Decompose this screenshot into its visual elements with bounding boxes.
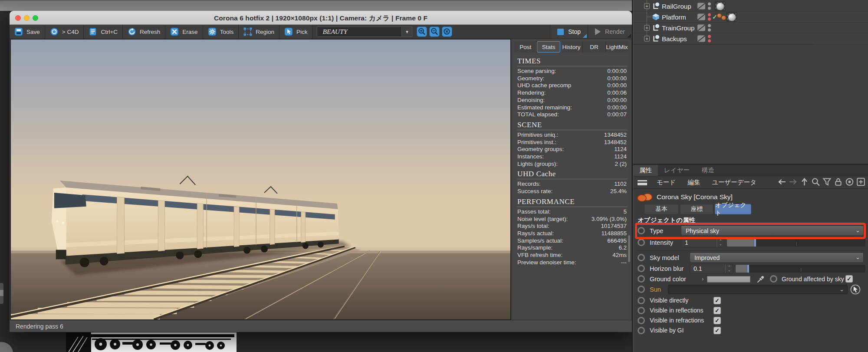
intensity-slider[interactable] bbox=[727, 239, 865, 247]
visibility-dots-icon[interactable] bbox=[708, 35, 711, 43]
target-icon[interactable] bbox=[845, 178, 854, 186]
add-panel-icon[interactable] bbox=[856, 178, 865, 186]
stop-button[interactable]: Stop bbox=[550, 25, 588, 39]
attr-tab[interactable]: 構造 bbox=[696, 165, 720, 176]
stat-value: 0:00:07 bbox=[607, 111, 627, 118]
render-pass-selector[interactable]: BEAUTY ▼ bbox=[317, 25, 412, 39]
erase-button[interactable]: Erase bbox=[165, 25, 203, 39]
copy-icon bbox=[89, 27, 97, 36]
visibility-label: Visible by GI bbox=[650, 326, 684, 336]
zoom-reset-button[interactable] bbox=[442, 26, 452, 37]
pick-button[interactable]: Pick bbox=[279, 25, 313, 39]
menu-item[interactable]: ユーザーデータ bbox=[712, 178, 756, 187]
visibility-dots-icon[interactable] bbox=[708, 24, 711, 32]
keyframe-dot-icon[interactable] bbox=[638, 265, 645, 272]
enabled-check-icon[interactable]: ✓ bbox=[712, 13, 717, 20]
attr-tab[interactable]: 属性 bbox=[633, 165, 658, 176]
pass-selector-value[interactable]: BEAUTY bbox=[317, 26, 402, 37]
expand-icon[interactable]: + bbox=[644, 3, 650, 9]
stats-row: Preview denoiser time:--- bbox=[517, 259, 627, 266]
attr-tab[interactable]: レイヤー bbox=[658, 165, 696, 176]
stepper-icon[interactable]: ⌃⌄ bbox=[717, 238, 724, 247]
object-label: Backups bbox=[662, 35, 687, 43]
stat-value: 1348452 bbox=[604, 139, 627, 146]
keyframe-dot-icon[interactable] bbox=[638, 317, 645, 324]
stats-tab-history[interactable]: History bbox=[560, 41, 583, 53]
material-tag-icon[interactable] bbox=[715, 2, 725, 11]
render-button[interactable]: Render bbox=[588, 25, 632, 39]
expand-icon[interactable]: + bbox=[644, 36, 650, 42]
keyframe-dot-icon[interactable] bbox=[638, 286, 645, 293]
tab-object[interactable]: オブジェクト bbox=[715, 204, 751, 214]
layer-color-icon[interactable] bbox=[697, 36, 705, 42]
ground-affected-checkbox[interactable]: ✓ bbox=[845, 275, 853, 283]
lock-icon[interactable] bbox=[834, 178, 843, 186]
phong-tag-icon[interactable] bbox=[721, 15, 726, 20]
stepper-icon[interactable]: ⌃⌄ bbox=[725, 264, 733, 273]
stats-tab-dr[interactable]: DR bbox=[583, 41, 605, 53]
stats-row: Success rate:25.4% bbox=[517, 188, 627, 195]
menu-item[interactable]: モード bbox=[657, 178, 676, 187]
menu-icon[interactable] bbox=[638, 180, 647, 185]
visibility-checkbox[interactable]: ✓ bbox=[713, 317, 721, 324]
refresh-button[interactable]: Refresh bbox=[123, 25, 165, 39]
to-c4d-button[interactable]: > C4D bbox=[45, 25, 84, 39]
region-button[interactable]: Region bbox=[239, 25, 279, 39]
search-icon[interactable] bbox=[811, 178, 820, 186]
horizon-blur-slider[interactable] bbox=[736, 265, 865, 273]
keyframe-dot-icon[interactable] bbox=[638, 297, 645, 304]
keyframe-dot-icon[interactable] bbox=[638, 327, 645, 334]
layer-color-icon[interactable] bbox=[697, 25, 705, 31]
tree-row-backups[interactable]: +Backups bbox=[633, 33, 868, 44]
sky-model-dropdown[interactable]: Improved bbox=[690, 253, 864, 263]
stats-tab-stats[interactable]: Stats bbox=[537, 41, 560, 53]
tab-basic[interactable]: 基本 bbox=[644, 204, 679, 214]
tab-coordinates[interactable]: 座標 bbox=[680, 204, 713, 214]
tree-row-railgroup[interactable]: +RailGroup bbox=[633, 1, 868, 12]
layer-color-icon[interactable] bbox=[697, 14, 705, 20]
keyframe-dot-icon[interactable] bbox=[638, 239, 645, 246]
chevron-down-icon[interactable]: ▼ bbox=[402, 26, 412, 37]
tools-button[interactable]: Tools bbox=[203, 25, 239, 39]
keyframe-dot-icon[interactable] bbox=[638, 275, 645, 283]
window-titlebar[interactable]: Corona 6 hotfix 2 | 1920×1080px (1:1) | … bbox=[10, 11, 632, 25]
filter-icon[interactable] bbox=[822, 178, 832, 186]
keyframe-dot-icon[interactable] bbox=[638, 227, 645, 234]
ground-color-swatch[interactable] bbox=[707, 276, 750, 283]
up-arrow-icon[interactable] bbox=[800, 178, 809, 186]
zoom-out-button[interactable] bbox=[429, 26, 440, 37]
menu-item[interactable]: 編集 bbox=[687, 178, 700, 187]
keyframe-dot-icon[interactable] bbox=[638, 307, 645, 314]
layer-color-icon[interactable] bbox=[697, 3, 705, 10]
sun-link-field[interactable] bbox=[668, 285, 848, 294]
keyframe-dot-icon[interactable] bbox=[638, 254, 645, 261]
visibility-dots-icon[interactable] bbox=[708, 3, 711, 10]
tree-row-traingroup[interactable]: +TrainGroup bbox=[633, 23, 868, 33]
tools-icon bbox=[208, 27, 217, 36]
save-button[interactable]: Save bbox=[10, 25, 45, 39]
copy-button[interactable]: Ctrl+C bbox=[84, 25, 123, 39]
keyframe-dot-icon[interactable] bbox=[770, 275, 777, 283]
expand-chevron-icon[interactable]: › bbox=[702, 276, 704, 282]
stat-label: Samples/s actual: bbox=[517, 237, 563, 245]
visibility-checkbox[interactable]: ✓ bbox=[713, 297, 721, 304]
pick-object-icon[interactable] bbox=[850, 284, 861, 295]
eyedropper-icon[interactable] bbox=[756, 275, 765, 283]
material-tag-icon[interactable] bbox=[727, 13, 737, 22]
expand-icon[interactable]: + bbox=[644, 25, 650, 31]
intensity-field[interactable]: 1 ⌃⌄ bbox=[681, 238, 724, 247]
type-dropdown[interactable]: Physical sky bbox=[681, 226, 864, 236]
horizon-blur-field[interactable]: 0.1 ⌃⌄ bbox=[690, 264, 733, 273]
visibility-checkbox[interactable]: ✓ bbox=[713, 327, 721, 334]
ground-affected-label: Ground affected by sky bbox=[782, 273, 844, 285]
stats-scrollbar[interactable] bbox=[628, 235, 630, 262]
stats-tab-post[interactable]: Post bbox=[514, 41, 537, 53]
tree-row-platform[interactable]: Platform✓ bbox=[633, 12, 868, 23]
visibility-dots-icon[interactable] bbox=[708, 13, 711, 21]
to-c4d-label: > C4D bbox=[62, 29, 79, 35]
stats-tab-lightmix[interactable]: LightMix bbox=[606, 41, 628, 53]
visibility-checkbox[interactable]: ✓ bbox=[713, 307, 721, 314]
zoom-in-button[interactable] bbox=[417, 26, 427, 37]
back-arrow-icon[interactable] bbox=[777, 178, 786, 186]
forward-arrow-icon[interactable] bbox=[789, 178, 798, 186]
